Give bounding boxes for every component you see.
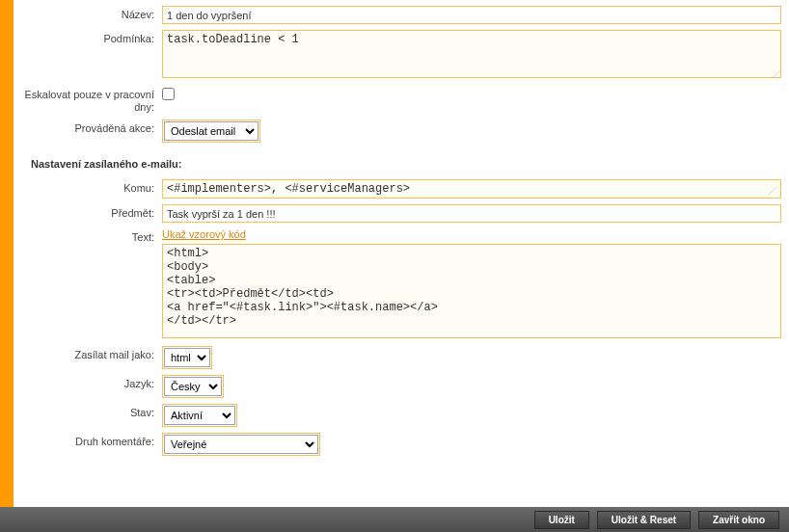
state-label: Stav: — [17, 404, 162, 427]
text-textarea[interactable] — [162, 244, 781, 338]
show-sample-link[interactable]: Ukaž vzorový kód — [162, 228, 246, 240]
workdays-checkbox[interactable] — [162, 88, 175, 100]
email-section-header: Nastavení zasílaného e-mailu: — [17, 146, 785, 177]
left-accent-bar — [0, 0, 14, 532]
subject-input[interactable] — [162, 204, 781, 223]
action-select[interactable]: Odeslat email — [164, 121, 258, 141]
mailas-label: Zasílat mail jako: — [17, 346, 162, 369]
save-button[interactable]: Uložit — [534, 511, 589, 529]
name-label: Název: — [17, 6, 162, 24]
to-input[interactable]: <#implementers>, <#serviceManagers> — [167, 182, 410, 196]
resize-handle-icon[interactable] — [773, 70, 780, 78]
to-label: Komu: — [17, 179, 162, 199]
resize-handle-icon[interactable] — [768, 188, 775, 196]
form-content: Název: Podmínka: Eskalovat pouze v praco… — [14, 0, 789, 499]
language-select[interactable]: Česky — [164, 377, 222, 396]
commentkind-select[interactable]: Veřejné — [164, 435, 318, 454]
commentkind-label: Druh komentáře: — [17, 433, 162, 456]
action-label: Prováděná akce: — [17, 120, 162, 143]
text-label: Text: — [17, 228, 162, 340]
name-input[interactable] — [162, 6, 781, 24]
condition-textarea[interactable] — [162, 30, 781, 78]
close-button[interactable]: Zavřít okno — [698, 511, 779, 529]
language-label: Jazyk: — [17, 375, 162, 398]
footer-toolbar: Uložit Uložit & Reset Zavřít okno — [0, 507, 789, 532]
subject-label: Předmět: — [17, 204, 162, 223]
workdays-label: Eskalovat pouze v pracovní dny: — [17, 86, 162, 114]
save-reset-button[interactable]: Uložit & Reset — [597, 511, 691, 529]
state-select[interactable]: Aktivní — [164, 406, 235, 425]
mailas-select[interactable]: html — [164, 348, 210, 367]
condition-label: Podmínka: — [17, 30, 162, 80]
